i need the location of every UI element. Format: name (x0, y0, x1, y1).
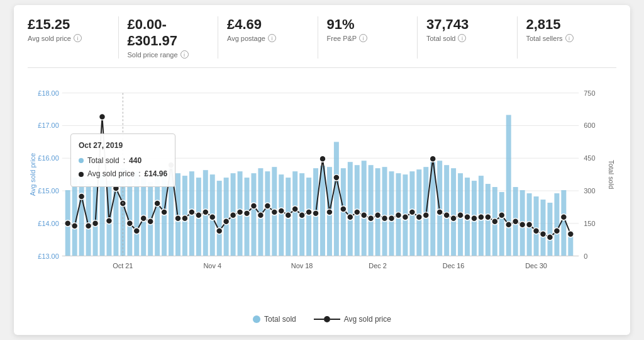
stat-label-free-pp: Free P&P i (327, 34, 409, 42)
legend-total-sold-label: Total sold (264, 315, 296, 324)
svg-point-145 (416, 214, 422, 220)
svg-point-129 (306, 209, 312, 215)
info-icon-total-sold[interactable]: i (458, 34, 466, 42)
svg-point-94 (65, 220, 71, 227)
stat-free-pp: 91% Free P&P i (318, 16, 418, 59)
svg-point-165 (553, 228, 560, 234)
svg-point-118 (230, 212, 236, 218)
svg-point-163 (540, 231, 547, 237)
svg-point-113 (196, 212, 202, 218)
svg-point-98 (92, 220, 99, 227)
stat-label-avg-price: Avg sold price i (28, 34, 109, 42)
svg-point-155 (485, 214, 491, 220)
svg-point-110 (175, 215, 181, 222)
svg-point-147 (430, 156, 436, 162)
info-icon-postage[interactable]: i (268, 34, 276, 42)
svg-point-126 (285, 212, 291, 218)
svg-point-149 (443, 212, 450, 218)
chart-legend: Total sold Avg sold price (28, 315, 616, 324)
svg-text:Dec 2: Dec 2 (369, 262, 387, 269)
stat-label-total-sellers: Total sellers i (526, 34, 608, 42)
svg-point-107 (154, 200, 160, 207)
svg-point-119 (237, 209, 243, 215)
svg-point-134 (340, 206, 347, 212)
svg-point-140 (382, 215, 388, 222)
svg-rect-75 (444, 165, 449, 256)
svg-rect-47 (251, 173, 256, 256)
stat-value-postage: £4.69 (227, 16, 309, 33)
svg-point-137 (361, 212, 367, 218)
svg-rect-64 (369, 165, 374, 256)
svg-point-122 (257, 212, 264, 218)
legend-total-sold: Total sold (253, 315, 296, 324)
svg-point-156 (492, 218, 498, 225)
stat-value-total-sold: 37,743 (426, 16, 508, 33)
svg-point-142 (396, 212, 402, 218)
svg-point-141 (389, 215, 395, 222)
svg-point-116 (216, 228, 223, 234)
svg-point-131 (319, 156, 326, 162)
svg-point-120 (244, 210, 250, 217)
svg-text:300: 300 (584, 187, 595, 195)
svg-rect-53 (292, 171, 297, 256)
stat-value-free-pp: 91% (327, 16, 409, 33)
stats-row: £15.25 Avg sold price i £0.00-£301.97 So… (28, 16, 616, 68)
svg-point-99 (99, 114, 106, 120)
legend-black-line-left (314, 319, 324, 320)
svg-rect-89 (541, 200, 546, 256)
svg-text:£14.00: £14.00 (38, 220, 58, 227)
svg-point-136 (354, 209, 360, 215)
svg-point-153 (471, 215, 477, 222)
svg-text:Avg sold price: Avg sold price (29, 153, 36, 196)
svg-point-139 (375, 212, 381, 218)
svg-text:750: 750 (584, 89, 595, 97)
svg-point-167 (567, 231, 574, 237)
svg-rect-90 (547, 203, 552, 256)
legend-black-dot (324, 316, 330, 322)
svg-point-152 (464, 214, 470, 220)
svg-rect-91 (554, 193, 559, 256)
legend-avg-price-label: Avg sold price (344, 315, 391, 324)
info-icon-free-pp[interactable]: i (359, 34, 367, 42)
stat-label-postage: Avg postage i (227, 34, 309, 42)
svg-text:Dec 16: Dec 16 (443, 262, 465, 269)
svg-text:Dec 30: Dec 30 (525, 262, 547, 269)
svg-point-154 (478, 214, 484, 220)
legend-black-line-right (330, 319, 340, 320)
svg-point-125 (278, 208, 284, 214)
stat-avg-postage: £4.69 Avg postage i (218, 16, 318, 59)
svg-point-135 (347, 214, 353, 220)
legend-line-container (314, 316, 340, 322)
svg-point-115 (209, 214, 216, 220)
info-icon-total-sellers[interactable]: i (565, 34, 574, 42)
svg-point-133 (333, 174, 340, 181)
legend-blue-dot (253, 315, 260, 323)
stat-value-price-range: £0.00-£301.97 (128, 16, 209, 49)
info-icon-price-range[interactable]: i (180, 50, 189, 59)
svg-point-96 (79, 193, 85, 200)
svg-rect-43 (224, 178, 229, 256)
svg-point-143 (402, 214, 408, 220)
svg-text:150: 150 (584, 220, 595, 227)
svg-rect-49 (265, 171, 270, 256)
svg-text:600: 600 (584, 122, 595, 129)
svg-point-95 (72, 223, 78, 229)
line-chart (65, 114, 574, 241)
svg-rect-22 (79, 171, 84, 256)
svg-point-97 (86, 223, 92, 229)
svg-rect-63 (362, 161, 367, 256)
svg-point-148 (436, 209, 443, 215)
svg-text:Oct 21: Oct 21 (113, 262, 133, 269)
svg-point-144 (409, 209, 415, 215)
info-icon-avg-price[interactable]: i (74, 34, 82, 42)
chart-svg: £18.00 £17.00 £16.00 £15.00 £14.00 £13.0… (28, 77, 616, 310)
svg-rect-57 (320, 166, 325, 256)
svg-text:£13.00: £13.00 (38, 252, 58, 260)
svg-rect-51 (279, 174, 284, 256)
svg-point-159 (513, 218, 519, 225)
svg-point-114 (203, 209, 209, 215)
svg-point-109 (168, 162, 174, 168)
svg-point-127 (292, 206, 298, 212)
stat-label-price-range: Sold price range i (128, 50, 209, 59)
chart-container: £18.00 £17.00 £16.00 £15.00 £14.00 £13.0… (28, 77, 616, 310)
